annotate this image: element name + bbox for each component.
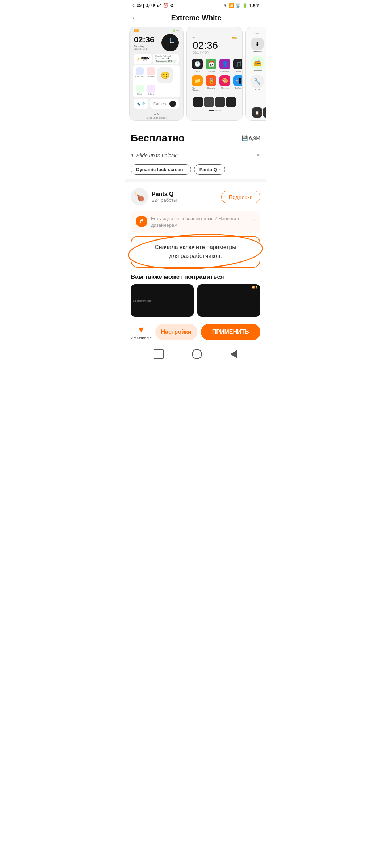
tag-slide-text: 1. Slide up to unlock; (131, 153, 178, 158)
tags-section: 1. Slide up to unlock; ▼ Dynamic lock sc… (125, 147, 266, 179)
also-like-title: Вам также может понравиться (131, 273, 260, 281)
settings-icon-small: ⚙ (170, 3, 174, 8)
price-text: Бесплатно (131, 132, 185, 144)
subscribe-button[interactable]: Подписки (221, 191, 261, 203)
hash-icon: # (136, 216, 147, 227)
recent-apps-button[interactable] (154, 349, 164, 359)
status-separator: | (143, 3, 144, 8)
battery-percent: 100% (249, 3, 260, 8)
alarm-icon: ⏰ (163, 3, 168, 8)
screen1-content: 📶📶 🔋100 02:36 Monday 2023-08-14 (130, 27, 183, 120)
author-details: Panta Q 224 работы (152, 191, 177, 203)
back-button[interactable]: ← (131, 13, 139, 22)
author-name: Panta Q (152, 191, 177, 197)
file-size: 6,9M (249, 135, 260, 141)
home-button[interactable] (192, 349, 202, 359)
wifi-icon: 📡 (235, 3, 241, 8)
back-nav-button[interactable] (230, 350, 237, 358)
also-like-thumb-2[interactable]: 📶🔋 (197, 284, 260, 317)
developer-bubble: Сначала включите параметры для разработч… (131, 236, 260, 268)
screenshots-carousel[interactable]: 📶📶 🔋100 02:36 Monday 2023-08-14 (125, 27, 266, 127)
system-nav-bar (125, 346, 266, 363)
status-right: ✳ 📶 📡 🔋 100% (223, 3, 260, 8)
message-text: Есть идея по созданию темы? Напишите диз… (151, 216, 250, 229)
screen2-content: P■□ 📶🔋 02:36 08/14 MON 🕐 Clock 📅 Calenda… (187, 27, 242, 120)
dynamic-lock-screen-tag[interactable]: Dynamic lock screen › (131, 164, 191, 175)
tag-header-row: 1. Slide up to unlock; ▼ (131, 150, 260, 161)
header: ← Extreme White (125, 9, 266, 27)
developer-bubble-container: Сначала включите параметры для разработч… (131, 236, 260, 268)
also-like-thumb-1[interactable]: Emergency calls (131, 284, 194, 317)
favorites-label: Избранные (131, 335, 152, 340)
storage-icon: 💾 (241, 135, 248, 141)
status-time: 15:09 (131, 3, 142, 8)
favorites-heart-icon: ♥ (139, 324, 144, 335)
message-chevron-icon: › (253, 217, 255, 223)
also-like-section: Вам также может понравиться Emergency ca… (125, 273, 266, 320)
screenshot-1[interactable]: 📶📶 🔋100 02:36 Monday 2023-08-14 (129, 27, 184, 121)
favorites-section[interactable]: ♥ Избранные (131, 324, 152, 340)
status-left: 15:09 | 0,0 КБ/с ⏰ ⚙ (131, 3, 174, 8)
status-bar: 15:09 | 0,0 КБ/с ⏰ ⚙ ✳ 📶 📡 🔋 100% (125, 0, 266, 9)
size-badge: 💾 6,9M (241, 135, 260, 141)
author-info: 🍗 Panta Q 224 работы (131, 188, 177, 205)
also-like-row: Emergency calls 📶🔋 (131, 284, 260, 317)
panta-q-tag[interactable]: Panta Q › (194, 164, 225, 175)
author-section: 🍗 Panta Q 224 работы Подписки (125, 182, 266, 211)
tag-chevron-icon[interactable]: ▼ (256, 153, 260, 158)
page-title: Extreme White (143, 14, 249, 22)
battery-icon: 🔋 (242, 3, 248, 8)
message-area[interactable]: # Есть идея по созданию темы? Напишите д… (131, 211, 260, 233)
tag-chevron-0: › (184, 167, 185, 171)
section-divider (125, 179, 266, 182)
tags-row: Dynamic lock screen › Panta Q › (131, 164, 260, 175)
screenshot-2[interactable]: P■□ 📶🔋 02:36 08/14 MON 🕐 Clock 📅 Calenda… (186, 27, 243, 121)
screen3-content: 8:16 AM 📶🔋 ⬇ Downloads 📷 Scanner 🌤 Weath… (246, 27, 266, 120)
author-works: 224 работы (152, 197, 177, 203)
status-network: 0,0 КБ/с (146, 3, 161, 8)
apply-button[interactable]: ПРИМЕНИТЬ (201, 324, 260, 340)
screenshot-3[interactable]: 8:16 AM 📶🔋 ⬇ Downloads 📷 Scanner 🌤 Weath… (245, 27, 266, 121)
price-section: Бесплатно 💾 6,9M (125, 127, 266, 147)
bottom-bar: ♥ Избранные Настройки ПРИМЕНИТЬ (125, 320, 266, 346)
signal-icon: 📶 (228, 3, 234, 8)
avatar: 🍗 (131, 188, 148, 205)
tag-chevron-1: › (219, 167, 220, 171)
bluetooth-icon: ✳ (223, 3, 227, 8)
settings-button[interactable]: Настройки (155, 324, 197, 340)
